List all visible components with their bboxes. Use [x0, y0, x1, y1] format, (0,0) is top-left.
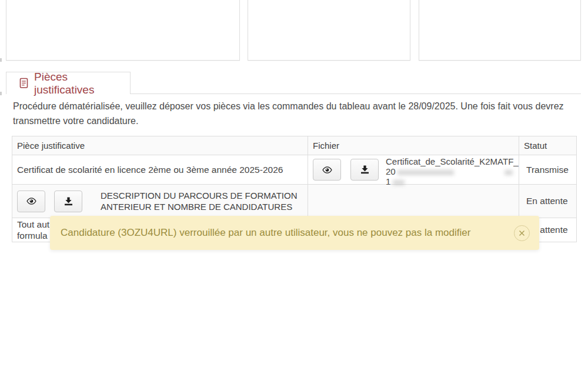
section-title: Pièces justificatives — [34, 71, 130, 96]
view-file-button[interactable] — [17, 191, 45, 212]
file-cell: Certificat_de_Scolarité_K2MATF_ 20 1 — [308, 155, 519, 185]
top-card-1 — [6, 0, 240, 61]
upload-file-button[interactable] — [54, 191, 82, 212]
table-row[interactable]: Certificat de scolarité en licence 2ème … — [12, 155, 577, 185]
table-row[interactable]: DESCRIPTION DU PARCOURS DE FORMATION ANT… — [12, 185, 577, 218]
download-icon — [64, 197, 73, 206]
document-icon — [19, 78, 28, 89]
tabbar-divider — [131, 94, 581, 94]
header-file: Fichier — [308, 136, 519, 155]
top-card-2 — [248, 0, 410, 61]
header-piece: Pièce justificative — [12, 136, 308, 155]
status-value: En attente — [519, 185, 577, 218]
header-status: Statut — [519, 136, 577, 155]
file-cell — [308, 185, 519, 218]
left-edge-mark — [0, 92, 2, 95]
table-header-row: Pièce justificative Fichier Statut — [12, 136, 577, 155]
close-icon[interactable] — [514, 225, 530, 241]
left-edge-mark — [0, 58, 2, 62]
eye-icon — [322, 166, 332, 173]
view-file-button[interactable] — [313, 159, 341, 181]
file-name: Certificat_de_Scolarité_K2MATF_ 20 1 — [386, 156, 520, 186]
top-card-3 — [419, 0, 581, 61]
download-icon — [360, 165, 369, 174]
status-value: Transmise — [519, 155, 577, 185]
intro-text: Procédure dématérialisée, veuillez dépos… — [13, 99, 575, 128]
piece-label: Certificat de scolarité en licence 2ème … — [12, 155, 308, 185]
lock-notification-toast[interactable]: Candidature (3OZU4URL) verrouillée par u… — [50, 216, 539, 250]
eye-icon — [26, 198, 36, 205]
download-file-button[interactable] — [350, 159, 379, 181]
toast-message: Candidature (3OZU4URL) verrouillée par u… — [61, 227, 514, 239]
page: Pièces justificatives Procédure dématéri… — [0, 0, 588, 384]
tab-pieces-justificatives[interactable]: Pièces justificatives — [6, 72, 131, 94]
piece-label: DESCRIPTION DU PARCOURS DE FORMATION ANT… — [101, 190, 297, 212]
piece-cell: DESCRIPTION DU PARCOURS DE FORMATION ANT… — [12, 185, 308, 218]
